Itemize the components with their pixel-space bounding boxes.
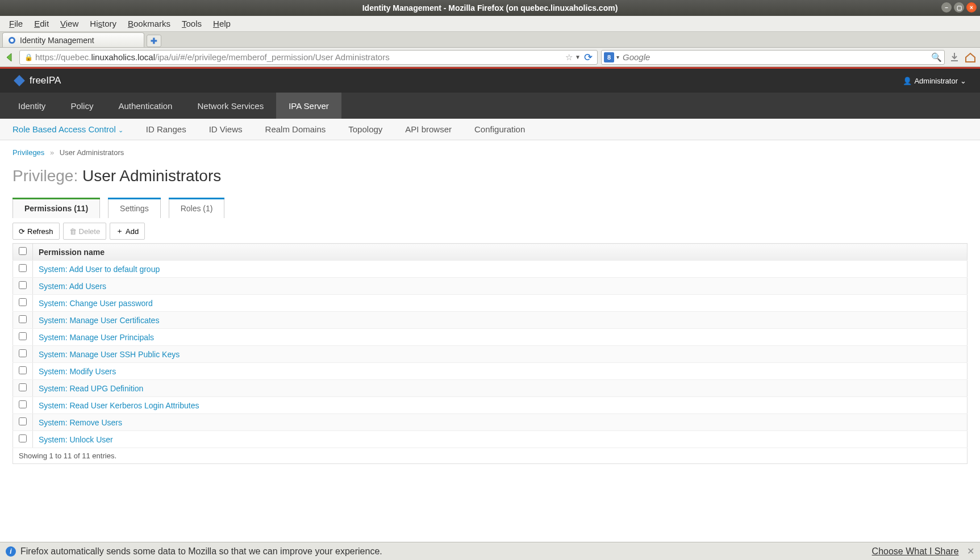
refresh-icon: ⟳ xyxy=(19,227,25,236)
table-row: System: Add Users xyxy=(13,278,968,295)
row-checkbox[interactable] xyxy=(19,281,27,289)
permission-cell: System: Manage User SSH Public Keys xyxy=(33,346,968,363)
user-menu[interactable]: 👤 Administrator ⌄ xyxy=(903,77,966,85)
facet-tab[interactable]: Roles (1) xyxy=(169,198,225,218)
sub-nav-item[interactable]: ID Views xyxy=(209,124,243,134)
permission-link[interactable]: System: Add Users xyxy=(39,282,106,291)
primary-nav-item[interactable]: Identity xyxy=(6,93,58,119)
ipa-header: freeIPA 👤 Administrator ⌄ xyxy=(0,69,980,93)
permission-link[interactable]: System: Manage User SSH Public Keys xyxy=(39,350,180,359)
facet-tab[interactable]: Settings xyxy=(108,198,161,218)
permission-link[interactable]: System: Read User Kerberos Login Attribu… xyxy=(39,401,199,410)
sub-nav-item[interactable]: Configuration xyxy=(474,124,525,134)
menu-history[interactable]: History xyxy=(84,18,122,30)
table-row: System: Modify Users xyxy=(13,363,968,380)
menu-edit[interactable]: Edit xyxy=(28,18,55,30)
choose-share-link[interactable]: Choose What I Share xyxy=(872,546,959,556)
search-input[interactable] xyxy=(623,52,931,62)
url-dropdown-icon[interactable]: ▼ xyxy=(575,54,581,60)
window-minimize-button[interactable]: – xyxy=(941,2,952,12)
primary-nav-item[interactable]: IPA Server xyxy=(276,93,341,119)
permission-cell: System: Unlock User xyxy=(33,431,968,448)
row-checkbox[interactable] xyxy=(19,332,27,340)
sub-nav-item[interactable]: API browser xyxy=(405,124,452,134)
select-all-checkbox[interactable] xyxy=(19,247,27,255)
table-row: System: Change User password xyxy=(13,295,968,312)
row-checkbox-cell xyxy=(13,414,33,431)
permission-link[interactable]: System: Manage User Principals xyxy=(39,333,154,342)
row-checkbox[interactable] xyxy=(19,298,27,306)
sub-nav-item[interactable]: Realm Domains xyxy=(265,124,326,134)
permission-cell: System: Change User password xyxy=(33,295,968,312)
sub-nav-item[interactable]: Role Based Access Control⌄ xyxy=(12,124,123,134)
row-checkbox[interactable] xyxy=(19,383,27,391)
row-checkbox-cell xyxy=(13,346,33,363)
window-title: Identity Management - Mozilla Firefox (o… xyxy=(362,3,618,12)
row-checkbox-cell xyxy=(13,363,33,380)
row-checkbox[interactable] xyxy=(19,349,27,357)
menu-file[interactable]: File xyxy=(3,18,28,30)
window-close-button[interactable]: × xyxy=(966,2,977,12)
page-title: Privilege: User Administrators xyxy=(12,167,968,185)
permission-link[interactable]: System: Change User password xyxy=(39,299,153,308)
permission-cell: System: Remove Users xyxy=(33,414,968,431)
brand-text: freeIPA xyxy=(30,75,61,86)
primary-nav-item[interactable]: Network Services xyxy=(185,93,276,119)
permission-link[interactable]: System: Modify Users xyxy=(39,367,116,376)
permission-cell: System: Read User Kerberos Login Attribu… xyxy=(33,397,968,414)
sub-nav-item[interactable]: Topology xyxy=(348,124,382,134)
window-titlebar: Identity Management - Mozilla Firefox (o… xyxy=(0,0,980,16)
permission-link[interactable]: System: Add User to default group xyxy=(39,265,160,274)
search-icon[interactable]: 🔍 xyxy=(931,52,942,62)
refresh-button[interactable]: ⟳Refresh xyxy=(12,223,60,240)
primary-nav-item[interactable]: Authentication xyxy=(106,93,185,119)
menu-view[interactable]: View xyxy=(55,18,84,30)
table-row: System: Remove Users xyxy=(13,414,968,431)
new-tab-button[interactable]: ✚ xyxy=(147,35,161,47)
row-checkbox[interactable] xyxy=(19,315,27,323)
row-checkbox-cell xyxy=(13,397,33,414)
search-box[interactable]: 8 ▾ 🔍 xyxy=(601,50,945,65)
window-maximize-button[interactable]: ▢ xyxy=(954,2,964,12)
permission-link[interactable]: System: Read UPG Definition xyxy=(39,384,143,393)
sub-nav-item[interactable]: ID Ranges xyxy=(146,124,186,134)
statusbar-close-icon[interactable]: ✕ xyxy=(967,546,974,556)
plus-icon: ＋ xyxy=(116,226,123,236)
nav-back-button[interactable] xyxy=(3,51,16,64)
table-row: System: Read User Kerberos Login Attribu… xyxy=(13,397,968,414)
browser-tab[interactable]: Identity Management xyxy=(2,32,144,47)
downloads-icon[interactable] xyxy=(948,51,961,64)
row-checkbox[interactable] xyxy=(19,366,27,374)
row-checkbox[interactable] xyxy=(19,400,27,408)
breadcrumb-separator: » xyxy=(50,148,54,157)
row-checkbox[interactable] xyxy=(19,264,27,272)
permission-link[interactable]: System: Manage User Certificates xyxy=(39,316,159,325)
url-text: https://quebec.linuxaholics.local/ipa/ui… xyxy=(35,52,563,62)
url-input[interactable]: 🔒 https://quebec.linuxaholics.local/ipa/… xyxy=(19,50,598,65)
table-row: System: Manage User SSH Public Keys xyxy=(13,346,968,363)
table-footer: Showing 1 to 11 of 11 entries. xyxy=(12,448,968,464)
search-engine-dropdown-icon[interactable]: ▾ xyxy=(616,54,619,60)
menu-help[interactable]: Help xyxy=(207,18,236,30)
table-row: System: Manage User Certificates xyxy=(13,312,968,329)
home-icon[interactable] xyxy=(964,51,977,64)
row-checkbox[interactable] xyxy=(19,434,27,442)
permission-link[interactable]: System: Unlock User xyxy=(39,435,113,444)
row-checkbox[interactable] xyxy=(19,417,27,425)
browser-tabstrip: Identity Management ✚ xyxy=(0,32,980,48)
info-icon: i xyxy=(6,546,16,557)
add-button[interactable]: ＋Add xyxy=(110,223,145,240)
bookmark-star-icon[interactable]: ☆ xyxy=(565,52,573,62)
menu-tools[interactable]: Tools xyxy=(176,18,207,30)
user-label: Administrator xyxy=(914,77,958,85)
reload-button[interactable]: ⟳ xyxy=(584,51,593,64)
breadcrumb-link[interactable]: Privileges xyxy=(12,148,44,157)
facet-tab[interactable]: Permissions (11) xyxy=(12,198,100,218)
column-header-permission[interactable]: Permission name xyxy=(33,244,968,261)
permission-link[interactable]: System: Remove Users xyxy=(39,418,122,427)
menu-bookmarks[interactable]: Bookmarks xyxy=(122,18,176,30)
primary-nav-item[interactable]: Policy xyxy=(58,93,106,119)
delete-button[interactable]: 🗑Delete xyxy=(63,223,107,240)
ipa-brand[interactable]: freeIPA xyxy=(14,75,61,86)
statusbar: i Firefox automatically sends some data … xyxy=(0,542,980,560)
